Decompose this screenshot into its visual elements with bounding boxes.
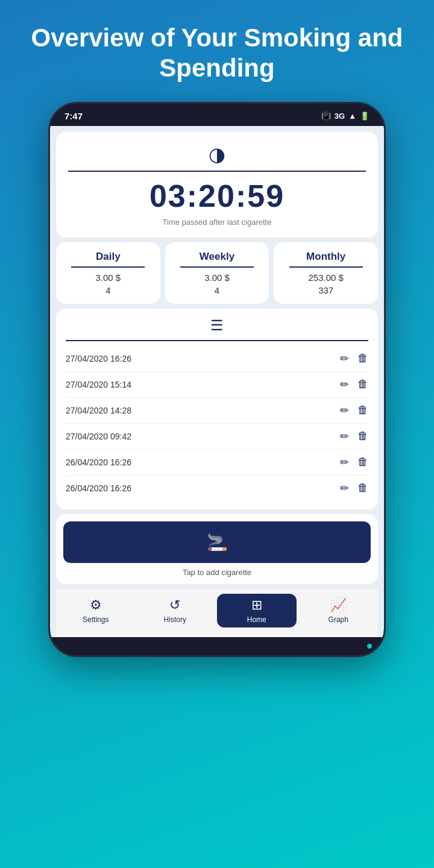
signal-icon: ▲ [348, 112, 356, 121]
monthly-amount: 253.00 $ [308, 272, 343, 283]
nav-graph-label: Graph [329, 615, 348, 624]
add-cigarette-area: 🚬 Tap to add cigarette [56, 514, 378, 584]
network-label: 3G [335, 112, 345, 121]
graph-icon: 📈 [330, 597, 347, 613]
stat-card-weekly: Weekly 3.00 $ 4 [165, 242, 269, 304]
history-date-6: 26/04/2020 16:26 [66, 483, 131, 493]
status-time: 7:47 [64, 111, 83, 121]
history-row: 27/04/2020 09:42 ✏ 🗑 [66, 424, 368, 450]
timer-divider [68, 171, 366, 172]
nav-dot [367, 644, 372, 649]
history-date-4: 27/04/2020 09:42 [66, 432, 131, 441]
history-icon: ↺ [169, 597, 180, 613]
add-cigarette-label: Tap to add cigarette [183, 568, 251, 577]
history-row: 27/04/2020 15:14 ✏ 🗑 [66, 372, 368, 398]
phone-bottom [50, 637, 384, 655]
daily-count: 4 [105, 285, 110, 295]
edit-icon-1[interactable]: ✏ [340, 352, 349, 365]
bottom-nav: ⚙ Settings ↺ History ⊞ Home 📈 Graph [56, 589, 378, 637]
timer-value: 03:20:59 [149, 178, 285, 214]
nav-home-label: Home [247, 615, 266, 624]
timer-card: ◑ 03:20:59 Time passed after last cigare… [56, 132, 378, 237]
daily-title: Daily [96, 251, 121, 263]
edit-icon-4[interactable]: ✏ [340, 430, 349, 443]
nav-graph[interactable]: 📈 Graph [299, 594, 379, 627]
add-cigarette-button[interactable]: 🚬 [63, 521, 371, 563]
edit-icon-3[interactable]: ✏ [340, 404, 349, 417]
list-icon: ☰ [210, 317, 224, 334]
edit-icon-5[interactable]: ✏ [340, 456, 349, 469]
delete-icon-6[interactable]: 🗑 [357, 482, 368, 495]
status-bar: 7:47 📳 3G ▲ 🔋 [50, 104, 384, 126]
delete-icon-4[interactable]: 🗑 [357, 430, 368, 443]
phone-content: ◑ 03:20:59 Time passed after last cigare… [50, 126, 384, 637]
nav-history-label: History [164, 615, 186, 624]
nav-history[interactable]: ↺ History [136, 594, 215, 627]
stat-card-daily: Daily 3.00 $ 4 [56, 242, 160, 304]
weekly-count: 4 [215, 285, 219, 295]
history-row: 27/04/2020 16:26 ✏ 🗑 [66, 346, 368, 372]
history-date-1: 27/04/2020 16:26 [66, 354, 131, 363]
stat-card-monthly: Monthly 253.00 $ 337 [274, 242, 378, 304]
weekly-amount: 3.00 $ [204, 272, 230, 283]
history-row: 27/04/2020 14:28 ✏ 🗑 [66, 398, 368, 424]
timer-label: Time passed after last cigarette [163, 218, 272, 227]
page-title: Overview of Your Smoking and Spending [0, 23, 434, 84]
nav-settings[interactable]: ⚙ Settings [56, 594, 136, 627]
daily-amount: 3.00 $ [95, 272, 121, 283]
clock-icon: ◑ [209, 143, 225, 166]
edit-icon-6[interactable]: ✏ [340, 482, 349, 495]
history-divider [66, 340, 368, 341]
delete-icon-1[interactable]: 🗑 [357, 352, 368, 365]
monthly-count: 337 [318, 285, 333, 295]
settings-icon: ⚙ [90, 597, 102, 613]
delete-icon-5[interactable]: 🗑 [357, 456, 368, 469]
history-card: ☰ 27/04/2020 16:26 ✏ 🗑 27/04/2020 15:14 … [56, 309, 378, 509]
home-icon: ⊞ [251, 597, 262, 613]
battery-icon: 🔋 [360, 112, 370, 121]
history-date-5: 26/04/2020 16:26 [66, 458, 131, 467]
cigarette-icon: 🚬 [207, 532, 228, 552]
history-date-3: 27/04/2020 14:28 [66, 406, 131, 415]
stats-row: Daily 3.00 $ 4 Weekly 3.00 $ 4 Monthly 2… [56, 242, 378, 304]
nav-home[interactable]: ⊞ Home [217, 594, 297, 627]
history-date-2: 27/04/2020 15:14 [66, 380, 131, 389]
delete-icon-3[interactable]: 🗑 [357, 404, 368, 417]
vibrate-icon: 📳 [321, 112, 331, 121]
nav-settings-label: Settings [83, 615, 108, 624]
history-row: 26/04/2020 16:26 ✏ 🗑 [66, 450, 368, 476]
weekly-title: Weekly [200, 251, 234, 263]
phone-shell: 7:47 📳 3G ▲ 🔋 ◑ 03:20:59 Time passed aft… [48, 102, 386, 657]
edit-icon-2[interactable]: ✏ [340, 378, 349, 391]
delete-icon-2[interactable]: 🗑 [357, 378, 368, 391]
history-row: 26/04/2020 16:26 ✏ 🗑 [66, 476, 368, 501]
monthly-title: Monthly [306, 251, 345, 263]
